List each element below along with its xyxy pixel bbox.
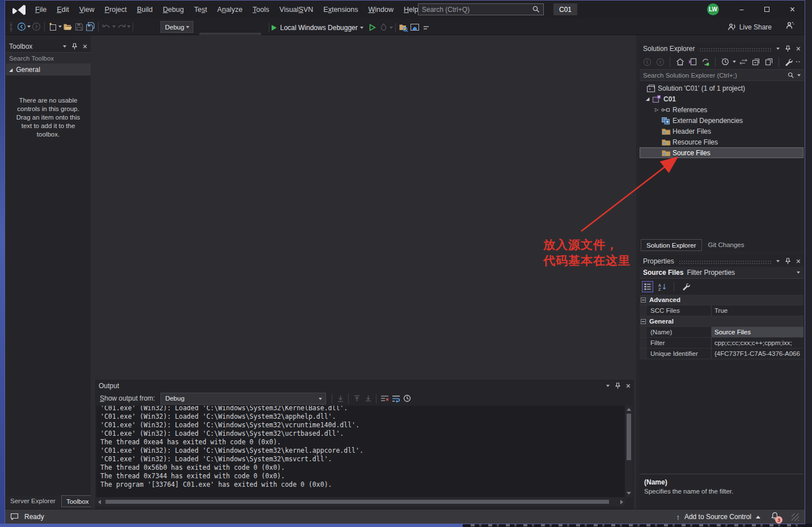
collapse-category-icon[interactable] [641,298,646,303]
solution-explorer-close-icon[interactable]: × [796,45,801,53]
solution-home-button[interactable] [409,22,421,33]
menu-project[interactable]: Project [100,1,132,19]
configuration-dropdown[interactable]: Debug [160,21,193,33]
menu-test[interactable]: Test [189,1,212,19]
property-row-unique-identifier[interactable]: Unique Identifier{4FC737F1-C7A5-4376-A06… [640,348,803,359]
output-source-dropdown[interactable]: Debug [160,393,326,405]
menu-edit[interactable]: Edit [52,1,74,19]
feedback-button[interactable] [785,21,794,32]
solution-explorer-pin-icon[interactable] [785,45,791,52]
toolbox-group-general[interactable]: ◢ General [6,64,91,76]
save-all-button[interactable] [84,21,96,32]
account-avatar[interactable]: LW [707,3,719,15]
save-button[interactable] [73,21,84,32]
start-without-debugging-button[interactable] [367,22,378,33]
menu-file[interactable]: File [30,1,52,19]
find-in-files-button[interactable] [398,22,409,33]
tree-item-external-dependencies[interactable]: External Dependencies [640,115,803,126]
property-pages-wrench-button[interactable] [680,281,691,292]
property-value[interactable]: {4FC737F1-C7A5-4376-A066 [711,348,803,359]
next-message-icon[interactable] [362,393,374,404]
tab-server-explorer[interactable]: Server Explorer [6,495,60,507]
se-collapse-all-icon[interactable] [750,56,762,67]
property-value[interactable]: cpp;c;cc;cxx;c++;cppm;ixx; [711,338,803,348]
debug-target-button[interactable]: Local Windows Debugger [280,24,358,32]
tree-item-header-files[interactable]: Header Files [640,126,803,137]
alphabetical-sort-button[interactable]: AZ [657,281,668,292]
toolbox-close-icon[interactable]: × [83,42,87,50]
se-forward-icon[interactable] [655,56,666,67]
tree-item-source-files[interactable]: Source Files [640,147,803,158]
search-options-icon[interactable] [797,74,801,76]
expander-collapsed-icon[interactable]: ▷ [652,107,661,112]
se-show-all-files-icon[interactable] [763,56,775,67]
scrollbar-thumb[interactable] [627,414,631,460]
notifications-button[interactable]: 3 [771,512,779,522]
close-button[interactable]: × [780,1,805,18]
output-horizontal-scrollbar[interactable] [96,498,625,506]
redo-dropdown[interactable] [127,26,130,28]
toolbox-window-menu-icon[interactable] [63,45,66,48]
open-file-button[interactable] [62,21,73,32]
menu-window[interactable]: Window [363,1,398,19]
solution-explorer-search-box[interactable] [640,69,804,81]
navigate-forward-button[interactable] [31,21,42,32]
previous-message-icon[interactable] [351,393,362,404]
toolbox-search-box[interactable] [6,52,91,64]
minimize-button[interactable]: − [729,1,754,18]
hot-reload-button[interactable] [378,22,390,33]
se-toolbar-overflow[interactable]: .. [796,56,801,64]
se-compare-icon[interactable] [738,56,749,67]
property-category-advanced[interactable]: Advanced [640,295,803,305]
quick-search-box[interactable] [418,3,544,15]
properties-header[interactable]: Properties × [640,255,804,267]
menu-visualsvn[interactable]: VisualSVN [274,1,319,19]
output-window-menu-icon[interactable] [606,385,610,387]
menu-debug[interactable]: Debug [158,1,189,19]
tab-solution-explorer[interactable]: Solution Explorer [641,239,702,251]
property-value[interactable]: True [711,305,803,316]
output-vertical-scrollbar[interactable] [625,406,633,497]
toolbox-header[interactable]: Toolbox × [6,40,91,52]
toolbar-overflow-button[interactable] [421,22,432,33]
navigate-back-button[interactable] [16,21,27,32]
scroll-down-icon[interactable] [627,492,631,495]
quick-search-input[interactable] [418,6,532,14]
scrollbar-thumb[interactable] [105,500,609,504]
tree-item-c01[interactable]: ◢C01 [640,94,803,104]
word-wrap-icon[interactable] [390,393,401,404]
se-back-icon[interactable] [642,56,653,67]
properties-object-selector[interactable]: Source Files Filter Properties [640,267,804,279]
property-value[interactable]: Source Files [711,327,803,337]
properties-window-menu-icon[interactable] [776,260,780,262]
window-resize-grip[interactable] [792,513,799,521]
se-home-icon[interactable] [674,56,686,67]
scroll-left-icon[interactable] [98,500,101,504]
property-row-scc-files[interactable]: SCC FilesTrue [640,305,803,316]
property-category-general[interactable]: General [640,316,803,327]
property-row-filter[interactable]: Filtercpp;c;cc;cxx;c++;cppm;ixx; [640,338,803,348]
tree-item-resource-files[interactable]: Resource Files [640,137,803,147]
solution-explorer-search-input[interactable] [643,72,788,79]
debug-target-dropdown[interactable] [360,27,363,29]
solution-explorer-header[interactable]: Solution Explorer × [640,42,804,54]
properties-close-icon[interactable]: × [796,257,801,265]
collapse-category-icon[interactable] [641,319,646,324]
toolbox-pin-icon[interactable] [71,43,78,50]
se-filter-dropdown[interactable] [733,61,736,63]
redo-button[interactable] [116,21,127,32]
start-debugging-icon[interactable] [272,25,277,31]
menu-tools[interactable]: Tools [248,1,274,19]
scroll-right-icon[interactable] [620,500,623,504]
tab-toolbox[interactable]: Toolbox [61,495,94,507]
menu-view[interactable]: View [74,1,100,19]
toolbox-search-input[interactable] [9,55,96,62]
add-to-source-control-button[interactable]: Add to Source Control [684,513,751,521]
tree-item-references[interactable]: ▷References [640,104,803,115]
categorized-view-button[interactable] [642,281,653,292]
se-properties-wrench-icon[interactable] [783,56,794,67]
output-close-icon[interactable]: × [626,382,631,390]
menu-build[interactable]: Build [132,1,158,19]
undo-button[interactable] [101,21,112,32]
menu-analyze[interactable]: Analyze [212,1,247,19]
